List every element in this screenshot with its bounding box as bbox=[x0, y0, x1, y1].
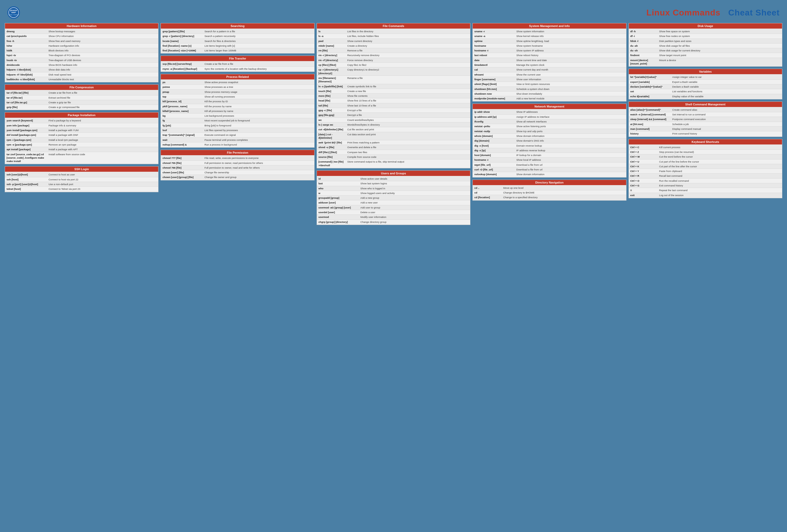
description: Show IP addresses bbox=[516, 110, 624, 113]
table-row: kill [process_id]Kill the process by ID bbox=[161, 99, 314, 104]
table-row: lspci -tvTree-diagram of PCI devices bbox=[5, 53, 158, 58]
command: rm -rf [directory] bbox=[318, 59, 347, 62]
description: Recursively remove directory bbox=[347, 53, 469, 57]
table-row: dateShow current time and date bbox=[473, 58, 626, 63]
command: dig [domain] bbox=[474, 139, 516, 142]
table-row: dmidecodeShow BIOS hardware info bbox=[5, 63, 158, 67]
description: View or limit system resources bbox=[516, 82, 624, 86]
description: Show disk data info bbox=[48, 68, 156, 71]
table-row: wShow logged users and activity bbox=[317, 191, 470, 196]
users-body: idShow active user detailslastShow last … bbox=[317, 176, 470, 225]
keyboard-card: Keyboard Shortcuts Ctrl + CKill current … bbox=[629, 139, 782, 198]
command: head [file] bbox=[318, 99, 347, 102]
command: awk '{print $0}' [file] bbox=[318, 141, 347, 144]
description: Tree-diagram of PCI devices bbox=[48, 53, 156, 57]
table-row: curl -O [file_url]Download a file from u… bbox=[473, 167, 626, 172]
command: touch [file] bbox=[318, 89, 347, 93]
table-row: [command] | tee [file] >/dev/nullStore c… bbox=[317, 159, 470, 168]
description: Show active process snapshot bbox=[204, 81, 313, 84]
table-row: tar cf [file.tar] [file]Create a tar fil… bbox=[5, 90, 158, 95]
table-row: cdChange directory to $HOME bbox=[473, 190, 626, 195]
table-row: rpm -i [package.rpm]Install a local rpm … bbox=[5, 138, 158, 142]
table-row: adduser [user]Add a new user bbox=[317, 200, 470, 205]
command: rm -r [directory] bbox=[318, 53, 347, 57]
description: Full permission to owner, read and write… bbox=[204, 166, 313, 169]
searching-title: Searching bbox=[161, 23, 314, 28]
table-row: grep [pattern] [file]Search for a patter… bbox=[161, 29, 314, 34]
command: lspci -tv bbox=[6, 53, 48, 57]
hardware-body: dmesgShow bootup messagescat /proc/cpuin… bbox=[5, 28, 158, 82]
description: Connect to host via port 22 bbox=[48, 178, 156, 181]
table-row: ssh [user]@[host]Connect to host as user bbox=[5, 172, 158, 177]
description: Kill the process by ID bbox=[204, 99, 313, 103]
command: usermod bbox=[318, 215, 360, 219]
shell-cmd-body: alias [alias]="[command]"Create command … bbox=[629, 107, 782, 137]
description: Show current directory bbox=[347, 39, 469, 43]
command: tar xf [file.tar] bbox=[6, 96, 48, 99]
table-row: pstreeShow processes as a tree bbox=[161, 85, 314, 89]
command: tail [file] bbox=[318, 104, 347, 107]
table-row: mount [device] [mount_point]Mount a devi… bbox=[629, 58, 782, 66]
table-row: host [domain]IP lookup for a domain bbox=[473, 153, 626, 158]
description: Create a gzip tar file bbox=[48, 101, 156, 104]
command: pstree bbox=[163, 85, 204, 89]
page: phoenix NAP GLOBAL IT SERVICES Linux Com… bbox=[3, 3, 784, 227]
disk-body: df -hShow free space on systemdf -iShow … bbox=[629, 28, 782, 66]
command: last reboot bbox=[474, 53, 516, 57]
description: Run a process in background bbox=[204, 143, 313, 146]
command: modprobe [module-name] bbox=[474, 97, 516, 100]
description: Delete a user bbox=[360, 210, 469, 214]
command: chgrp [group] [directory] bbox=[318, 220, 360, 224]
table-row: [data] | cut -d[delimiter]Cut data secti… bbox=[317, 132, 470, 140]
table-row: tar czf [file.tar.gz]Create a gzip tar f… bbox=[5, 100, 158, 105]
description: Schedule a system shut down bbox=[516, 87, 624, 91]
table-row: netstat -pnltuShow active listening port… bbox=[473, 124, 626, 129]
command: telnet [host] bbox=[6, 187, 48, 191]
description: Mount a device bbox=[659, 59, 781, 66]
table-row: uname -rShow system information bbox=[473, 29, 626, 34]
description: Tree-diagram of USB devices bbox=[48, 59, 156, 62]
table-row: ulimit [flags] [limit]View or limit syst… bbox=[473, 82, 626, 87]
description: Install a package with YUM bbox=[48, 129, 156, 132]
table-row: findmntShow target mount point bbox=[629, 53, 782, 58]
command: hostname bbox=[474, 44, 516, 47]
description: Show uptime length/avg. load bbox=[516, 39, 624, 43]
table-row: fgMost recent suspended job to foregroun… bbox=[161, 118, 314, 123]
command: wget [file_url] bbox=[474, 163, 516, 167]
table-row: hdparm -i /dev/[disk]Show disk data info bbox=[5, 67, 158, 72]
description: Assign integer value to var bbox=[672, 75, 781, 79]
command: export [variable] bbox=[631, 80, 672, 84]
command: [data] | cut -d[delimiter] bbox=[318, 133, 347, 140]
table-row: dig [domain]Show domain's DNS info bbox=[473, 138, 626, 143]
table-row: yum install [package.rpm]Install a packa… bbox=[5, 128, 158, 133]
table-row: cp -r [directory1] [directory2]Copy dire… bbox=[317, 67, 470, 76]
command: timedatectl bbox=[474, 63, 516, 67]
command: find [/location] -size [+100M] bbox=[163, 49, 204, 52]
command: Ctrl + W bbox=[631, 155, 659, 158]
command: du -sh bbox=[631, 49, 659, 52]
command: lshw bbox=[6, 44, 48, 47]
description: Copy file1 to file2 bbox=[347, 63, 469, 67]
table-row: Ctrl + YPaste from clipboard bbox=[629, 169, 782, 174]
table-row: badblocks -s /dev/[disk]Unreadable block… bbox=[5, 77, 158, 82]
description: Rename a file bbox=[347, 76, 469, 83]
table-row: Ctrl + ORun the recalled command bbox=[629, 179, 782, 183]
network-card: Network Management ip addr showShow IP a… bbox=[472, 104, 626, 177]
table-row: free -hShow free and used memory bbox=[5, 39, 158, 44]
command: man [command] bbox=[631, 127, 672, 131]
description: Show system information bbox=[516, 30, 624, 33]
table-row: cd [/location]Change to a specified dire… bbox=[473, 195, 626, 200]
description: Most recent suspended job to foreground bbox=[204, 119, 313, 122]
searching-body: grep [pattern] [file]Search for a patter… bbox=[161, 28, 314, 53]
description: Compare two files bbox=[347, 151, 469, 154]
command: !! bbox=[631, 189, 659, 192]
description: Compile from source code bbox=[347, 155, 469, 159]
table-row: usermod -aG [group] [user]Add user to gr… bbox=[317, 205, 470, 210]
table-row: Ctrl + ZStop process (can be resumed) bbox=[629, 150, 782, 154]
table-row: setList variables and functions bbox=[629, 89, 782, 94]
command: Ctrl + Y bbox=[631, 169, 659, 173]
command: yum search [keyword] bbox=[6, 119, 48, 122]
description: Show logged users and activity bbox=[360, 192, 469, 195]
command: Ctrl + C bbox=[631, 146, 659, 149]
command: Ctrl + R bbox=[631, 174, 659, 178]
